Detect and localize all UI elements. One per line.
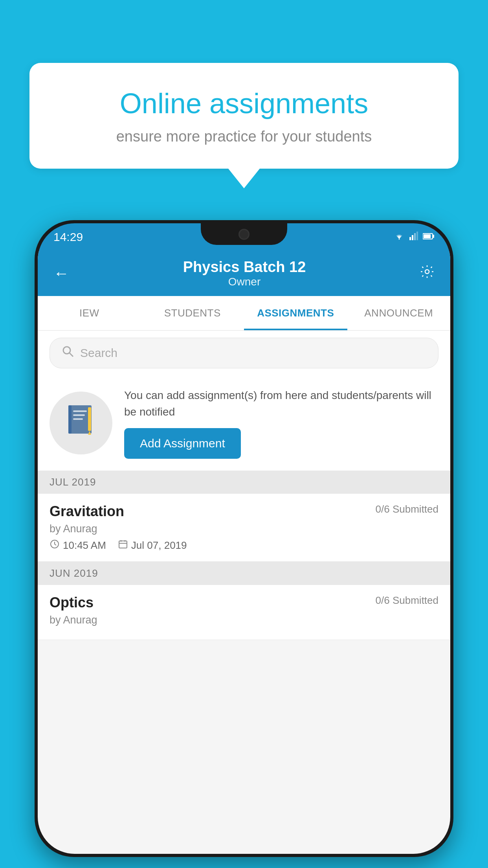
- phone-camera: [238, 229, 250, 240]
- svg-rect-6: [433, 235, 434, 238]
- header-center: Physics Batch 12 Owner: [183, 259, 306, 288]
- calendar-icon: [118, 539, 128, 552]
- svg-rect-14: [73, 414, 85, 416]
- assignment-date-gravitation: Jul 07, 2019: [118, 539, 187, 552]
- speech-bubble-title: Online assignments: [57, 86, 431, 120]
- svg-rect-7: [424, 234, 431, 238]
- speech-bubble-tail: [228, 169, 260, 188]
- app-header: ← Physics Batch 12 Owner: [38, 251, 450, 296]
- tabs-bar: IEW STUDENTS ASSIGNMENTS ANNOUNCEM: [38, 296, 450, 331]
- svg-rect-4: [416, 232, 418, 240]
- assignment-meta-gravitation: 10:45 AM Jul 07, 2019: [50, 539, 438, 552]
- phone-frame: 14:29: [35, 220, 453, 857]
- search-input-placeholder: Search: [80, 346, 117, 360]
- assignment-item-gravitation[interactable]: Gravitation 0/6 Submitted by Anurag 10:4…: [38, 494, 450, 562]
- svg-point-0: [399, 239, 400, 240]
- header-title: Physics Batch 12: [183, 259, 306, 276]
- svg-rect-15: [73, 418, 83, 420]
- notebook-icon: [65, 403, 97, 443]
- svg-rect-2: [412, 235, 413, 240]
- clock-icon: [50, 539, 60, 552]
- assignment-submitted-optics: 0/6 Submitted: [376, 594, 438, 607]
- signal-icon: [409, 232, 418, 243]
- assignment-name-optics: Optics: [50, 594, 94, 611]
- search-container: Search: [38, 331, 450, 375]
- settings-button[interactable]: [420, 264, 435, 283]
- speech-bubble-wrapper: Online assignments ensure more practice …: [29, 63, 459, 188]
- promo-description: You can add assignment(s) from here and …: [124, 387, 438, 420]
- svg-rect-12: [68, 405, 72, 434]
- assignment-top-optics: Optics 0/6 Submitted: [50, 594, 438, 611]
- svg-rect-1: [409, 237, 411, 240]
- section-header-jul: JUL 2019: [38, 471, 450, 494]
- app-content: ← Physics Batch 12 Owner IEW STUDENTS AS…: [38, 251, 450, 854]
- promo-icon-circle: [50, 392, 112, 454]
- tab-assignments[interactable]: ASSIGNMENTS: [244, 296, 347, 330]
- date-value: Jul 07, 2019: [131, 539, 187, 552]
- assignment-item-optics[interactable]: Optics 0/6 Submitted by Anurag: [38, 585, 450, 640]
- promo-card: You can add assignment(s) from here and …: [38, 375, 450, 471]
- phone-inner: 14:29: [38, 223, 450, 854]
- tab-announcements[interactable]: ANNOUNCEM: [347, 296, 451, 330]
- promo-right: You can add assignment(s) from here and …: [124, 387, 438, 459]
- svg-line-10: [70, 353, 73, 357]
- assignment-time-gravitation: 10:45 AM: [50, 539, 106, 552]
- svg-rect-13: [73, 410, 87, 412]
- svg-point-8: [425, 270, 429, 274]
- search-bar[interactable]: Search: [50, 338, 438, 368]
- assignment-author-gravitation: by Anurag: [50, 523, 438, 535]
- speech-bubble-card: Online assignments ensure more practice …: [29, 63, 459, 169]
- tab-iew[interactable]: IEW: [38, 296, 141, 330]
- status-icons: [394, 232, 435, 243]
- assignment-top: Gravitation 0/6 Submitted: [50, 503, 438, 520]
- search-icon: [62, 345, 74, 361]
- add-assignment-button[interactable]: Add Assignment: [124, 428, 241, 459]
- tab-students[interactable]: STUDENTS: [141, 296, 244, 330]
- back-button[interactable]: ←: [53, 265, 69, 282]
- wifi-icon: [394, 232, 405, 243]
- svg-rect-3: [414, 233, 416, 240]
- assignment-name-gravitation: Gravitation: [50, 503, 124, 520]
- assignment-submitted-gravitation: 0/6 Submitted: [376, 503, 438, 515]
- speech-bubble-subtitle: ensure more practice for your students: [57, 128, 431, 145]
- assignment-author-optics: by Anurag: [50, 614, 438, 626]
- section-header-jun: JUN 2019: [38, 562, 450, 585]
- header-subtitle: Owner: [183, 276, 306, 288]
- svg-point-9: [63, 347, 70, 354]
- phone-notch: [201, 223, 287, 245]
- status-time: 14:29: [53, 230, 83, 244]
- battery-icon: [423, 232, 435, 242]
- svg-rect-19: [119, 541, 127, 548]
- time-value: 10:45 AM: [63, 539, 106, 552]
- svg-rect-16: [88, 407, 91, 431]
